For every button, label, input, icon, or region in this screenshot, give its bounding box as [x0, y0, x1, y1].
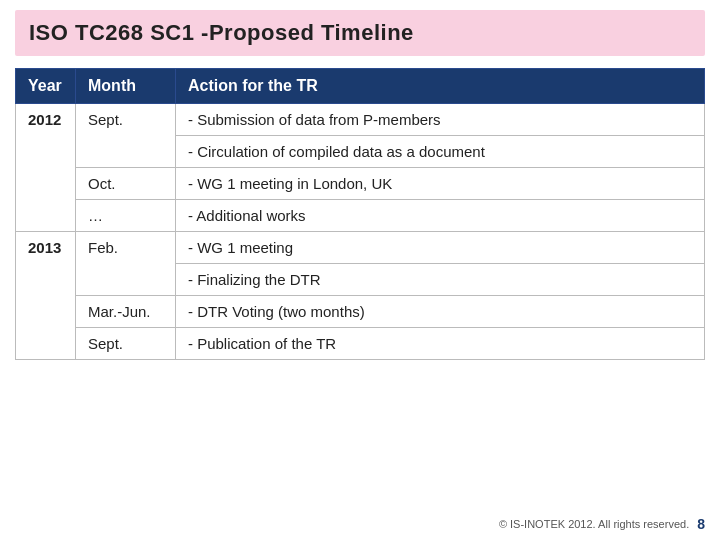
cell-action: - Additional works	[176, 200, 705, 232]
header-action: Action for the TR	[176, 69, 705, 104]
page-number: 8	[697, 516, 705, 532]
cell-month: Sept.	[76, 328, 176, 360]
cell-action: - DTR Voting (two months)	[176, 296, 705, 328]
table-row: Oct.- WG 1 meeting in London, UK	[16, 168, 705, 200]
header-month: Month	[76, 69, 176, 104]
cell-month: Oct.	[76, 168, 176, 200]
page-container: ISO TC268 SC1 -Proposed Timeline Year Mo…	[0, 0, 720, 540]
timeline-table: Year Month Action for the TR 2012Sept.- …	[15, 68, 705, 360]
cell-year: 2012	[16, 104, 76, 232]
copyright-text: © IS-INOTEK 2012. All rights reserved.	[499, 518, 689, 530]
table-row: Mar.-Jun.- DTR Voting (two months)	[16, 296, 705, 328]
footer: © IS-INOTEK 2012. All rights reserved. 8	[499, 516, 705, 532]
cell-action: - WG 1 meeting in London, UK	[176, 168, 705, 200]
page-title: ISO TC268 SC1 -Proposed Timeline	[29, 20, 691, 46]
cell-year: 2013	[16, 232, 76, 360]
cell-month: Feb.	[76, 232, 176, 296]
cell-month: Mar.-Jun.	[76, 296, 176, 328]
cell-action: - WG 1 meeting	[176, 232, 705, 264]
cell-action: - Finalizing the DTR	[176, 264, 705, 296]
header-year: Year	[16, 69, 76, 104]
table-row: 2012Sept.- Submission of data from P-mem…	[16, 104, 705, 136]
title-bar: ISO TC268 SC1 -Proposed Timeline	[15, 10, 705, 56]
cell-month: …	[76, 200, 176, 232]
table-row: Sept.- Publication of the TR	[16, 328, 705, 360]
table-row: 2013Feb.- WG 1 meeting	[16, 232, 705, 264]
cell-action: - Circulation of compiled data as a docu…	[176, 136, 705, 168]
table-row: …- Additional works	[16, 200, 705, 232]
table-header-row: Year Month Action for the TR	[16, 69, 705, 104]
cell-action: - Publication of the TR	[176, 328, 705, 360]
cell-action: - Submission of data from P-members	[176, 104, 705, 136]
cell-month: Sept.	[76, 104, 176, 168]
